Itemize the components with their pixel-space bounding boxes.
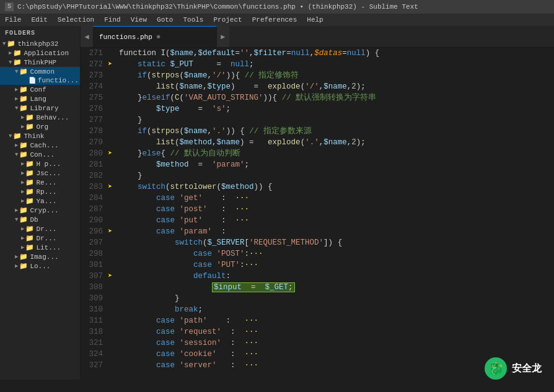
watermark: 🐉 安全龙 <box>485 357 542 380</box>
tree-label: Db <box>30 216 38 224</box>
file-tree: ▼📁thinkphp32▶📁Application▼📁ThinkPHP▼📁Com… <box>0 39 80 271</box>
tree-label: Library <box>30 105 58 112</box>
folder-icon: 📁 <box>13 58 22 66</box>
folder-arrow: ▼ <box>15 105 18 111</box>
menu-item-selection[interactable]: Selection <box>53 15 99 25</box>
tree-item-re---[interactable]: ▶📁Re... <box>0 178 80 187</box>
line-number: 275 <box>81 92 103 103</box>
tree-item-behav---[interactable]: ▶📁Behav... <box>0 113 80 122</box>
line-number: 290 <box>81 215 103 226</box>
code-line: case 'path' : ··· <box>119 315 554 326</box>
code-line: switch($_SERVER['REQUEST_METHOD']) { <box>119 237 554 248</box>
folder-icon: 📁 <box>25 123 34 131</box>
folder-arrow: ▼ <box>2 41 6 47</box>
folder-icon: 📁 <box>25 169 34 177</box>
tree-item-thinkphp[interactable]: ▼📁ThinkPHP <box>0 58 80 67</box>
line-number: 276 <box>81 103 103 115</box>
menu-item-find[interactable]: Find <box>99 15 125 25</box>
folder-arrow: ▶ <box>15 263 18 269</box>
folder-arrow: ▶ <box>21 179 24 186</box>
code-line: list($name,$type) = explode('/',$name,2)… <box>119 81 554 92</box>
tree-item-dr---[interactable]: ▶📁Dr... <box>0 233 80 243</box>
folder-arrow: ▶ <box>15 142 18 149</box>
folder-icon: 📁 <box>7 40 15 48</box>
menu-item-preferences[interactable]: Preferences <box>247 15 302 25</box>
tree-item-library[interactable]: ▼📁Library <box>0 103 80 113</box>
folder-arrow: ▼ <box>15 69 18 75</box>
line-number: 278 <box>81 126 103 137</box>
tree-item-jsc---[interactable]: ▶📁Jsc... <box>0 168 80 178</box>
folder-icon: 📁 <box>19 95 28 103</box>
menu-item-file[interactable]: File <box>0 15 26 25</box>
folder-arrow: ▶ <box>15 253 18 260</box>
folder-arrow: ▶ <box>21 114 24 121</box>
folder-arrow: ▼ <box>15 217 18 223</box>
tree-item-think[interactable]: ▼📁Think <box>0 131 80 141</box>
tab-close[interactable]: ● <box>156 33 161 41</box>
folder-icon: 📁 <box>25 197 34 205</box>
tree-label: Imag... <box>30 253 58 261</box>
code-editor[interactable]: 2712722732742752762772782792802812822832… <box>81 48 554 380</box>
folder-icon: 📁 <box>13 132 22 140</box>
folder-arrow: ▶ <box>21 188 24 195</box>
line-number: 272 <box>81 59 103 70</box>
tree-item-lit---[interactable]: ▶📁Lit... <box>0 243 80 252</box>
folder-icon: 📁 <box>25 234 34 242</box>
code-line: case 'get' : ··· <box>119 193 554 204</box>
line-number: 281 <box>81 159 103 170</box>
tree-item-con---[interactable]: ▼📁Con... <box>0 150 80 159</box>
code-line: list($method,$name) = explode('.',$name,… <box>119 137 554 148</box>
tree-item-lang[interactable]: ▶📁Lang <box>0 94 80 103</box>
code-line: }elseif(C('VAR_AUTO_STRING')){ // 默认强制转换… <box>119 92 554 103</box>
tree-item-db[interactable]: ▼📁Db <box>0 215 80 224</box>
tree-label: Cach... <box>30 142 58 149</box>
tree-item-rp---[interactable]: ▶📁Rp... <box>0 187 80 196</box>
tree-item-cryp---[interactable]: ▶📁Cryp... <box>0 206 80 215</box>
code-line: case 'session' : ··· <box>119 338 554 349</box>
line-number: 283 <box>81 181 103 193</box>
menu-item-view[interactable]: View <box>126 15 152 25</box>
folder-icon: 📁 <box>19 104 28 112</box>
line-number: 310 <box>81 304 103 315</box>
tree-label: Lit... <box>36 244 61 251</box>
tab-nav-right[interactable]: ▶ <box>217 26 229 48</box>
tree-item-dr---[interactable]: ▶📁Dr... <box>0 224 80 233</box>
tree-item-functio---[interactable]: 📄functio... <box>0 76 80 85</box>
line-number: 309 <box>81 293 103 304</box>
folder-icon: 📁 <box>19 68 28 76</box>
tree-item-common[interactable]: ▼📁Common <box>0 67 80 76</box>
tree-item-imag---[interactable]: ▶📁Imag... <box>0 252 80 261</box>
tree-item-lo---[interactable]: ▶📁Lo... <box>0 261 80 271</box>
folder-icon: 📁 <box>25 225 34 233</box>
folder-arrow: ▶ <box>21 244 24 251</box>
line-number: 311 <box>81 315 103 326</box>
tree-item-org[interactable]: ▶📁Org <box>0 122 80 131</box>
menu-item-goto[interactable]: Goto <box>152 15 178 25</box>
tree-item-thinkphp32[interactable]: ▼📁thinkphp32 <box>0 39 80 48</box>
line-number: 307 <box>81 271 103 282</box>
folder-icon: 📁 <box>13 49 22 57</box>
tab-functions-php[interactable]: functions.php● <box>93 26 217 48</box>
tree-item-ya---[interactable]: ▶📁Ya... <box>0 196 80 206</box>
tree-item-cach---[interactable]: ▶📁Cach... <box>0 141 80 150</box>
sidebar: FOLDERS ▼📁thinkphp32▶📁Application▼📁Think… <box>0 26 81 380</box>
folder-arrow: ▶ <box>21 170 24 176</box>
tabbar: ◀ IndexController.class.php×functions.ph… <box>81 26 554 48</box>
folder-icon: 📁 <box>19 262 28 270</box>
menu-item-help[interactable]: Help <box>302 15 328 25</box>
tree-item-conf[interactable]: ▶📁Conf <box>0 85 80 94</box>
tab-nav-left[interactable]: ◀ <box>81 26 93 48</box>
code-line: break; <box>119 304 554 315</box>
menu-item-project[interactable]: Project <box>208 15 247 25</box>
tree-item-application[interactable]: ▶📁Application <box>0 48 80 58</box>
code-line: case 'param' : <box>119 226 554 237</box>
folder-arrow: ▼ <box>9 133 12 139</box>
line-number: 318 <box>81 326 103 338</box>
line-number: 271 <box>81 48 103 59</box>
menu-item-tools[interactable]: Tools <box>178 15 208 25</box>
menu-item-edit[interactable]: Edit <box>26 15 52 25</box>
tree-item-h-p---[interactable]: ▶📁H p... <box>0 159 80 168</box>
line-number: 279 <box>81 137 103 148</box>
watermark-text: 安全龙 <box>512 362 542 375</box>
folder-arrow: ▼ <box>15 152 18 158</box>
